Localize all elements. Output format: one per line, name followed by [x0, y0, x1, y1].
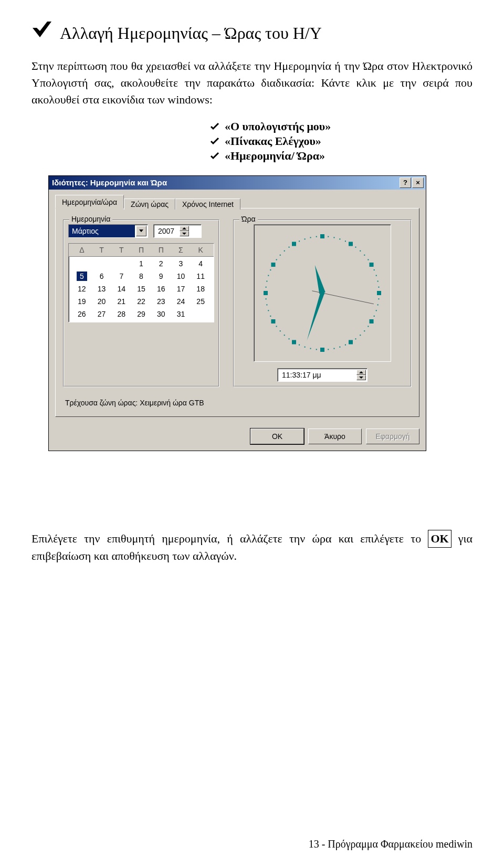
weekday: Σ [171, 246, 191, 254]
calendar-day[interactable]: 11 [191, 271, 211, 281]
time-spinner[interactable]: 11:33:17 μμ [277, 368, 368, 382]
year-value: 2007 [154, 225, 178, 237]
checklist: «Ο υπολογιστής μου» «Πίνακας Ελέγχου» «Η… [210, 120, 472, 163]
calendar-day[interactable]: 4 [191, 259, 211, 268]
outro-paragraph: Επιλέγετε την επιθυμητή ημερομηνία, ή αλ… [32, 530, 472, 565]
svg-rect-26 [377, 280, 379, 281]
year-spinner[interactable]: 2007 [153, 224, 202, 238]
svg-rect-58 [284, 250, 285, 251]
svg-marker-0 [33, 22, 51, 37]
weekday: Τ [111, 246, 131, 254]
svg-rect-43 [299, 344, 300, 345]
svg-rect-20 [355, 246, 356, 247]
svg-rect-49 [268, 310, 269, 311]
svg-rect-5 [349, 242, 353, 246]
calendar-day[interactable]: 25 [191, 297, 211, 306]
tab-internet-time[interactable]: Χρόνος Internet [175, 199, 240, 210]
calendar-day[interactable]: 20 [92, 297, 112, 306]
weekday: Π [131, 246, 151, 254]
apply-button[interactable]: Εφαρμογή [366, 429, 419, 444]
date-group-label: Ημερομηνία [69, 215, 112, 223]
svg-rect-41 [310, 348, 311, 349]
calendar-day[interactable]: 23 [151, 297, 171, 306]
checklist-item: «Πίνακας Ελέγχου» [210, 134, 472, 148]
calendar-day[interactable]: 21 [111, 297, 131, 306]
svg-rect-42 [304, 346, 306, 347]
month-combo[interactable]: Μάρτιος [68, 224, 148, 238]
calendar[interactable]: Δ Τ Τ Π Π Σ Κ 12345678910111213141516171… [68, 243, 214, 322]
calendar-header: Δ Τ Τ Π Π Σ Κ [69, 244, 214, 257]
svg-rect-56 [276, 259, 277, 260]
calendar-day[interactable]: 28 [111, 309, 131, 319]
calendar-day[interactable]: 27 [92, 309, 112, 319]
help-button[interactable]: ? [400, 177, 411, 188]
calendar-day[interactable]: 18 [191, 284, 211, 294]
svg-rect-40 [316, 349, 317, 350]
year-down-button[interactable] [180, 231, 189, 236]
time-up-button[interactable] [356, 370, 366, 375]
calendar-day[interactable]: 16 [151, 284, 171, 294]
chevron-down-icon[interactable] [136, 226, 146, 236]
outro-text: Επιλέγετε την επιθυμητή ημερομηνία, ή αλ… [32, 532, 428, 545]
calendar-day[interactable]: 12 [72, 284, 92, 294]
calendar-day[interactable]: 26 [72, 309, 92, 319]
calendar-day[interactable]: 15 [131, 284, 151, 294]
svg-rect-25 [376, 275, 377, 276]
calendar-day[interactable]: 8 [131, 271, 151, 281]
svg-rect-28 [378, 298, 379, 299]
calendar-day [72, 259, 92, 268]
weekday: Π [151, 246, 171, 254]
calendar-day [92, 259, 112, 268]
intro-paragraph: Στην περίπτωση που θα χρειασθεί να αλλάξ… [32, 58, 472, 108]
svg-rect-46 [280, 330, 281, 331]
checkmark-icon [32, 18, 52, 38]
svg-rect-45 [284, 335, 285, 336]
calendar-day[interactable]: 10 [171, 271, 191, 281]
calendar-day[interactable]: 1 [131, 259, 151, 268]
calendar-day[interactable]: 31 [171, 309, 191, 319]
calendar-day[interactable]: 17 [171, 284, 191, 294]
calendar-day[interactable]: 2 [151, 259, 171, 268]
svg-rect-47 [276, 326, 277, 327]
checklist-label: «Πίνακας Ελέγχου» [225, 134, 321, 148]
close-button[interactable]: × [412, 177, 424, 188]
svg-rect-44 [289, 338, 290, 339]
titlebar[interactable]: Ιδιότητες: Ημερομηνία και Ώρα ? × [49, 176, 426, 190]
calendar-day[interactable]: 5 [77, 271, 87, 281]
calendar-day[interactable]: 30 [151, 309, 171, 319]
calendar-day[interactable]: 9 [151, 271, 171, 281]
svg-rect-35 [355, 338, 356, 339]
svg-rect-10 [320, 348, 324, 352]
calendar-day[interactable]: 22 [131, 297, 151, 306]
svg-rect-38 [333, 348, 334, 349]
time-down-button[interactable] [356, 375, 366, 380]
cancel-button[interactable]: Άκυρο [308, 429, 362, 444]
calendar-day[interactable]: 13 [92, 284, 112, 294]
svg-rect-13 [264, 291, 268, 295]
calendar-day[interactable]: 14 [111, 284, 131, 294]
calendar-day[interactable]: 3 [171, 259, 191, 268]
checklist-item: «Ημερομηνία/ Ώρα» [210, 149, 472, 163]
year-up-button[interactable] [180, 226, 189, 231]
svg-rect-34 [360, 335, 361, 336]
svg-rect-62 [310, 237, 311, 238]
svg-rect-52 [266, 286, 267, 287]
svg-rect-33 [364, 330, 365, 331]
tab-timezone[interactable]: Ζώνη ώρας [124, 199, 175, 210]
calendar-day[interactable]: 19 [72, 297, 92, 306]
weekday: Τ [92, 246, 112, 254]
ok-button[interactable]: OK [250, 429, 304, 444]
calendar-day[interactable]: 7 [111, 271, 131, 281]
calendar-day[interactable]: 29 [131, 309, 151, 319]
check-icon [210, 122, 219, 131]
calendar-day[interactable]: 24 [171, 297, 191, 306]
calendar-day[interactable]: 6 [92, 271, 112, 281]
analog-clock [254, 224, 391, 362]
check-icon [210, 152, 219, 160]
tab-date-time[interactable]: Ημερομηνία/ώρα [55, 195, 124, 208]
svg-rect-57 [280, 254, 281, 255]
svg-rect-8 [370, 319, 374, 323]
svg-rect-9 [349, 340, 353, 344]
svg-rect-59 [289, 246, 290, 247]
tab-panel: Ημερομηνία Μάρτιος 2007 [55, 208, 419, 417]
